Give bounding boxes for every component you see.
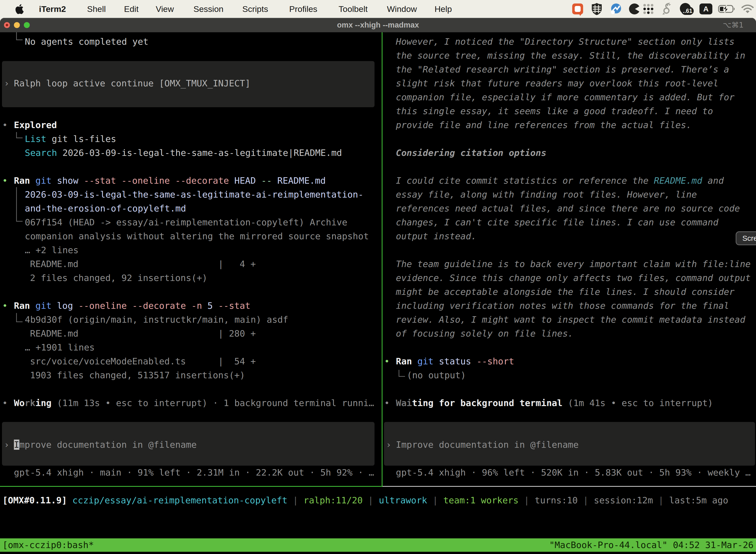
window-title: omx --xhigh --madmax [0, 18, 756, 32]
terminal-line: evidence. Since this change only affects… [0, 271, 756, 285]
menu-item-view[interactable]: View [156, 0, 174, 18]
wifi-icon[interactable] [741, 0, 755, 18]
screen: iTerm2 ShellEditViewSessionScriptsProfil… [0, 0, 756, 554]
menu-item-shell[interactable]: Shell [87, 0, 106, 18]
menu-item-edit[interactable]: Edit [124, 0, 139, 18]
terminal-line: [OMX#0.11.9] cczip/essay/ai-reimplementa… [0, 493, 756, 507]
battery-monitor-icon[interactable]: ..61 [679, 0, 694, 18]
tmux-window-name[interactable]: [omx-cczip0:bash* [2, 538, 94, 552]
keyboard-layout-label: A [699, 3, 712, 14]
wireguard-icon[interactable] [660, 0, 674, 18]
terminal-line: might be acceptable alongside the file l… [0, 285, 756, 299]
terminal-line: the "Related research writing" section i… [0, 63, 756, 76]
terminal-line: List git ls-files [0, 132, 756, 146]
menu-item-help[interactable]: Help [435, 0, 452, 18]
terminal-line: (no output) [0, 368, 756, 382]
right-pane-bottom-border [382, 486, 756, 487]
screen-share-label: Scre [742, 234, 756, 242]
terminal-line: I could cite commit statistics or refere… [0, 174, 756, 188]
left-pane-bottom-border [0, 486, 382, 487]
terminal-line: of focusing solely on file lines. [0, 327, 756, 340]
menu-item-toolbelt[interactable]: Toolbelt [338, 0, 368, 18]
window-shortcut: ⌥⌘1 [723, 18, 744, 32]
battery-icon[interactable] [718, 0, 736, 18]
dots-grid-icon[interactable] [642, 0, 655, 18]
terminal-line: ›Improve documentation in @filename [0, 438, 756, 452]
terminal-line: companion file, especially if more comme… [0, 90, 756, 104]
terminal-line: essay file, along with finding root file… [0, 188, 756, 202]
terminal-line: However, I noticed the "Directory Struct… [0, 35, 756, 49]
tmux-status-bar: [omx-cczip0:bash* "MacBook-Pro-44.local"… [0, 538, 756, 552]
menu-item-window[interactable]: Window [387, 0, 417, 18]
terminal-line: •Waiting for background terminal (1m 41s… [0, 396, 756, 410]
screen-share-button[interactable]: Scre [736, 231, 756, 245]
terminal-line: Considering citation options [0, 146, 756, 160]
terminal-line: … +2 lines [0, 243, 756, 257]
terminal-line: gpt-5.4 xhigh · 96% left · 520K in · 5.8… [0, 466, 756, 480]
terminal: No agents completed yet›Ralph loop activ… [0, 32, 756, 554]
terminal-line: this single essay, it seems like a good … [0, 104, 756, 118]
terminal-line: review. Also, I might want to inspect th… [0, 313, 756, 327]
terminal-line: references need actual files, and since … [0, 202, 756, 215]
tmux-host-clock: "MacBook-Pro-44.local" 04:52 31-Mar-26 [549, 538, 754, 552]
terminal-line: including verification notes with those … [0, 299, 756, 313]
terminal-line: •Ran git status --short [0, 354, 756, 368]
menu-item-profiles[interactable]: Profiles [289, 0, 317, 18]
terminal-line: … +1901 lines [0, 340, 756, 354]
sync-app-icon[interactable] [610, 0, 623, 18]
chat-app-icon[interactable] [570, 0, 585, 18]
shield-app-icon[interactable] [590, 0, 603, 18]
terminal-line: changes, I can't cite specific file line… [0, 215, 756, 229]
apple-menu-icon[interactable] [14, 3, 24, 14]
keyboard-layout-icon[interactable]: A [699, 0, 713, 18]
menu-item-app[interactable]: iTerm2 [39, 0, 66, 18]
terminal-line: output instead. [0, 229, 756, 243]
terminal-line: slight risk that future readers may over… [0, 76, 756, 90]
terminal-line: provide file and line references from th… [0, 118, 756, 132]
menu-item-scripts[interactable]: Scripts [242, 0, 268, 18]
battery-monitor-badge: ..61 [681, 7, 694, 15]
terminal-line: The team guideline is to back every impo… [0, 257, 756, 271]
terminal-line: the source tree, missing the essay. Stil… [0, 49, 756, 63]
menu-bar: iTerm2 ShellEditViewSessionScriptsProfil… [0, 0, 756, 18]
menu-item-session[interactable]: Session [193, 0, 224, 18]
moon-app-icon[interactable] [628, 0, 641, 18]
